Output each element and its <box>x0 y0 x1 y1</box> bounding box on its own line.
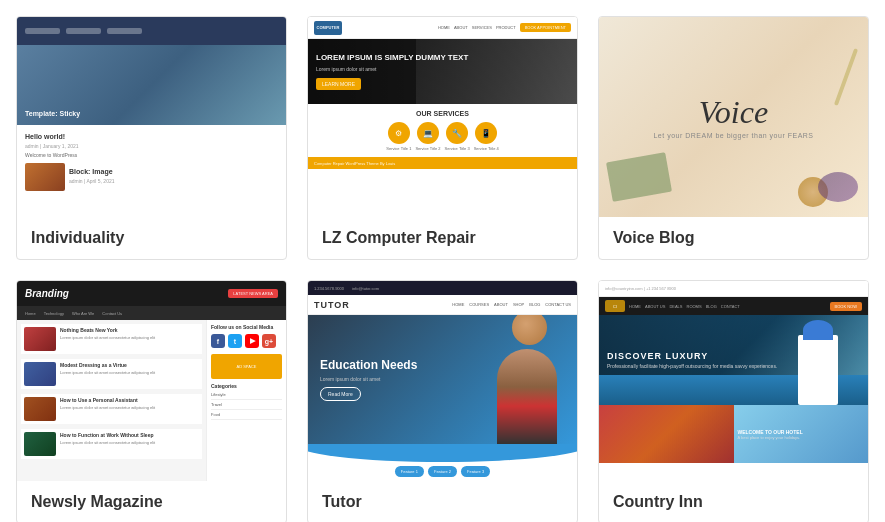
tutor-hero-person-body <box>497 349 557 444</box>
tutor-nav-shop: SHOP <box>513 302 524 307</box>
indiv-image-block: Block: Image admin | April 5, 2021 <box>25 163 278 191</box>
tutor-hero-sub: Lorem ipsum dolor sit amet <box>320 376 417 382</box>
card-country[interactable]: info@countryinn.com | +1 234 567 8900 CI… <box>598 280 869 522</box>
country-nav-contact: CONTACT <box>721 304 740 309</box>
lz-nav: HOME ABOUT SERVICES PRODUCT <box>438 25 516 30</box>
newsly-body: Nothing Beats New York Lorem ipsum dolor… <box>17 320 286 481</box>
lz-services: OUR SERVICES ⚙ Service Title 1 💻 Service… <box>308 104 577 157</box>
newsly-btn[interactable]: LATEST NEWS AREA <box>228 289 278 298</box>
country-header: CI HOME ABOUT US DEALS ROOMS BLOG CONTAC… <box>599 297 868 315</box>
newsly-post-content-3: How to Use a Personal Assistant Lorem ip… <box>60 397 199 421</box>
newsly-post-text-2: Lorem ipsum dolor sit amet consectetur a… <box>60 370 199 375</box>
country-topbar-info: info@countryinn.com | +1 234 567 8900 <box>605 286 676 291</box>
tutor-feat-2[interactable]: Feature 2 <box>428 466 457 477</box>
lz-service-icon-4: 📱 <box>475 122 497 144</box>
lz-footer-text: Computer Repair WordPress Theme By Louis <box>314 161 395 166</box>
lz-nav-home: HOME <box>438 25 450 30</box>
indiv-post2-title: Block: Image <box>69 168 278 175</box>
newsly-post-1: Nothing Beats New York Lorem ipsum dolor… <box>21 324 202 354</box>
indiv-post1-meta: admin | January 1, 2021 <box>25 143 278 149</box>
country-book-btn[interactable]: BOOK NOW <box>830 302 862 311</box>
card-newsly[interactable]: Branding LATEST NEWS AREA Home Technolog… <box>16 280 287 522</box>
indiv-nav-dot3 <box>107 28 142 34</box>
country-lower: WELCOME TO OUR HOTEL A best place to enj… <box>599 405 868 463</box>
voice-decor-pen <box>834 48 858 106</box>
indiv-nav-dot1 <box>25 28 60 34</box>
tutor-logo: TUTOR <box>314 300 350 310</box>
tutor-hero-cta[interactable]: Read More <box>320 387 361 401</box>
newsly-post-3: How to Use a Personal Assistant Lorem ip… <box>21 394 202 424</box>
country-church <box>798 335 838 405</box>
tutor-feat-1[interactable]: Feature 1 <box>395 466 424 477</box>
lz-service-label-2: Service Title 2 <box>415 146 440 151</box>
indiv-header <box>17 17 286 45</box>
newsly-ad: AD SPACE <box>211 354 282 379</box>
lz-hero: LOREM IPSUM IS SIMPLY DUMMY TEXT Lorem i… <box>308 39 577 104</box>
card-voice-label: Voice Blog <box>599 217 868 259</box>
tutor-nav-courses: COURSES <box>469 302 489 307</box>
lz-hero-cta[interactable]: LEARN MORE <box>316 78 361 90</box>
lz-appt-btn[interactable]: BOOK APPOINTMENT <box>520 23 571 32</box>
tutor-nav-blog: BLOG <box>529 302 540 307</box>
thumbnail-tutor: 1.234.5678.9000 info@tutor.com TUTOR HOM… <box>308 281 577 481</box>
newsly-cat-2: Travel <box>211 402 282 410</box>
thumbnail-newsly: Branding LATEST NEWS AREA Home Technolog… <box>17 281 286 481</box>
tutor-hero: Education Needs Lorem ipsum dolor sit am… <box>308 315 577 444</box>
country-church-dome <box>803 320 833 340</box>
voice-subtitle: Let your DREAM be bigger than your FEARS <box>653 132 813 139</box>
newsly-post-img-2 <box>24 362 56 386</box>
indiv-post1-text: Welcome to WordPress <box>25 152 278 159</box>
tutor-hero-title: Education Needs <box>320 358 417 372</box>
thumbnail-lz: COMPUTER HOME ABOUT SERVICES PRODUCT BOO… <box>308 17 577 217</box>
thumbnail-voice: Voice Let your DREAM be bigger than your… <box>599 17 868 217</box>
card-individuality-label: Individuality <box>17 217 286 259</box>
lz-service-label-1: Service Title 1 <box>386 146 411 151</box>
indiv-post1-title: Hello world! <box>25 133 278 140</box>
lz-service-icon-1: ⚙ <box>388 122 410 144</box>
card-tutor[interactable]: 1.234.5678.9000 info@tutor.com TUTOR HOM… <box>307 280 578 522</box>
indiv-hero-text: Template: Sticky <box>25 110 80 117</box>
theme-grid: Template: Sticky Hello world! admin | Ja… <box>16 16 869 522</box>
newsly-nav-home: Home <box>25 311 36 316</box>
newsly-post-content-2: Modest Dressing as a Virtue Lorem ipsum … <box>60 362 199 386</box>
card-voice[interactable]: Voice Let your DREAM be bigger than your… <box>598 16 869 260</box>
indiv-post2-meta: admin | April 5, 2021 <box>69 178 278 184</box>
country-nav-about: ABOUT US <box>645 304 665 309</box>
voice-decor-notebook <box>606 152 672 202</box>
tutor-header: TUTOR HOME COURSES ABOUT SHOP BLOG CONTA… <box>308 295 577 315</box>
newsly-cat-1: Lifestyle <box>211 392 282 400</box>
newsly-nav-tech: Technology <box>44 311 64 316</box>
lz-service-icon-2: 💻 <box>417 122 439 144</box>
newsly-post-text-3: Lorem ipsum dolor sit amet consectetur a… <box>60 405 199 410</box>
newsly-post-title-2: Modest Dressing as a Virtue <box>60 362 199 368</box>
newsly-post-text-1: Lorem ipsum dolor sit amet consectetur a… <box>60 335 199 340</box>
tutor-feat-3[interactable]: Feature 3 <box>461 466 490 477</box>
lz-logo: COMPUTER <box>314 21 342 35</box>
newsly-post-title-4: How to Function at Work Without Sleep <box>60 432 199 438</box>
tutor-nav-home: HOME <box>452 302 464 307</box>
country-hotel-info: WELCOME TO OUR HOTEL A best place to enj… <box>734 405 869 463</box>
lz-nav-about: ABOUT <box>454 25 468 30</box>
tutor-wave <box>308 444 577 462</box>
newsly-nav-who: Who Are We <box>72 311 94 316</box>
card-lz[interactable]: COMPUTER HOME ABOUT SERVICES PRODUCT BOO… <box>307 16 578 260</box>
card-individuality[interactable]: Template: Sticky Hello world! admin | Ja… <box>16 16 287 260</box>
country-nav-rooms: ROOMS <box>687 304 702 309</box>
tutor-topbar-phone: 1.234.5678.9000 <box>314 286 344 291</box>
facebook-icon: f <box>211 334 225 348</box>
lz-nav-product: PRODUCT <box>496 25 516 30</box>
country-nav: HOME ABOUT US DEALS ROOMS BLOG CONTACT <box>629 304 740 309</box>
lz-hero-sub: Lorem ipsum dolor sit amet <box>316 66 468 72</box>
country-nav-home: HOME <box>629 304 641 309</box>
country-logo: CI <box>605 300 625 312</box>
tutor-nav: HOME COURSES ABOUT SHOP BLOG CONTACT US <box>452 302 571 307</box>
card-tutor-label: Tutor <box>308 481 577 522</box>
card-country-label: Country Inn <box>599 481 868 522</box>
country-hotel-sub: A best place to enjoy your holidays. <box>738 435 865 440</box>
country-hero-text: DISCOVER LUXURY Professionally facilitat… <box>599 343 785 378</box>
newsly-categories: Categories Lifestyle Travel Food <box>211 383 282 420</box>
country-nav-blog: BLOG <box>706 304 717 309</box>
tutor-topbar-email: info@tutor.com <box>352 286 379 291</box>
lz-service-4: 📱 Service Title 4 <box>474 122 499 151</box>
lz-header: COMPUTER HOME ABOUT SERVICES PRODUCT BOO… <box>308 17 577 39</box>
